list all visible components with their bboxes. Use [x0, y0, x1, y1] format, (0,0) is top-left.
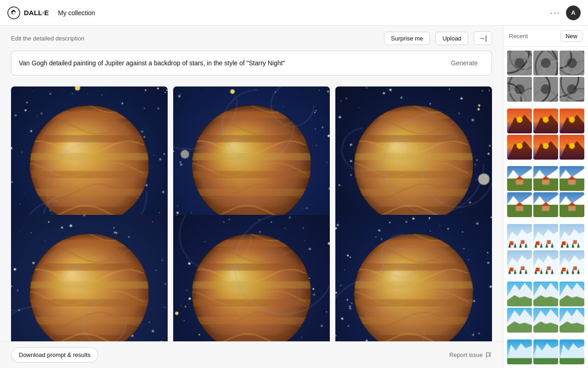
thumbnail-12[interactable]: [507, 166, 532, 191]
more-options-button[interactable]: ···: [550, 7, 560, 18]
flag-icon: [486, 352, 492, 358]
description-label: Edit the detailed description: [11, 35, 85, 42]
thumbnail-0[interactable]: [507, 51, 532, 75]
thumbnail-8[interactable]: [560, 109, 584, 133]
thumbnail-4[interactable]: [533, 77, 558, 102]
report-issue-label: Report issue: [449, 351, 483, 358]
right-panel: Recent New: [503, 26, 588, 368]
thumbnail-1[interactable]: [533, 51, 558, 75]
thumbnail-15[interactable]: [507, 192, 532, 217]
new-button[interactable]: New: [560, 30, 582, 42]
thumbnail-31[interactable]: [533, 339, 558, 364]
expand-button[interactable]: →|: [474, 31, 492, 45]
app-name: DALL·E: [24, 9, 49, 17]
grid-image-3[interactable]: [11, 215, 168, 341]
thumbnail-14[interactable]: [560, 166, 584, 191]
thumbnail-28[interactable]: [533, 308, 558, 333]
svg-point-1: [12, 12, 15, 14]
thumbnail-13[interactable]: [533, 166, 558, 191]
thumbnail-2[interactable]: [560, 51, 584, 75]
thumbnail-11[interactable]: [560, 135, 584, 160]
collection-link[interactable]: My collection: [54, 7, 99, 18]
thumbnail-6[interactable]: [507, 109, 532, 133]
thumbnail-18[interactable]: [507, 224, 532, 249]
thumbnail-22[interactable]: [533, 250, 558, 275]
main-layout: Edit the detailed description Surprise m…: [0, 26, 588, 368]
logo-area: DALL·E: [7, 6, 49, 19]
header: DALL·E My collection ··· A: [0, 0, 588, 26]
prompt-wrapper: Generate: [11, 51, 492, 75]
thumbnail-32[interactable]: [560, 339, 584, 364]
thumbnail-27[interactable]: [507, 308, 532, 333]
prompt-area: Generate: [0, 51, 503, 83]
left-panel: Edit the detailed description Surprise m…: [0, 26, 503, 368]
thumbnail-3[interactable]: [507, 77, 532, 102]
image-grid: [0, 83, 503, 341]
report-issue-link[interactable]: Report issue: [449, 351, 492, 358]
thumbnail-23[interactable]: [560, 250, 584, 275]
grid-image-4[interactable]: [173, 215, 330, 341]
thumbnail-21[interactable]: [507, 250, 532, 275]
dalle-logo-icon: [7, 6, 20, 19]
thumbnail-25[interactable]: [533, 282, 558, 306]
right-panel-header: Recent New: [503, 26, 588, 47]
thumbnail-17[interactable]: [560, 192, 584, 217]
generate-button[interactable]: Generate: [445, 57, 484, 69]
thumbnail-5[interactable]: [560, 77, 584, 102]
toolbar: Edit the detailed description Surprise m…: [0, 26, 503, 51]
grid-image-5[interactable]: [335, 215, 492, 341]
thumbnail-30[interactable]: [507, 339, 532, 364]
surprise-me-button[interactable]: Surprise me: [384, 32, 430, 45]
thumbnail-9[interactable]: [507, 135, 532, 160]
thumbnail-7[interactable]: [533, 109, 558, 133]
upload-button[interactable]: Upload: [435, 32, 468, 45]
download-button[interactable]: Download prompt & results: [11, 347, 98, 362]
thumbnail-20[interactable]: [560, 224, 584, 249]
recent-label: Recent: [509, 33, 528, 40]
prompt-input[interactable]: [19, 59, 445, 67]
thumbnail-19[interactable]: [533, 224, 558, 249]
avatar[interactable]: A: [566, 6, 581, 20]
thumbnail-24[interactable]: [507, 282, 532, 306]
thumbnail-29[interactable]: [560, 308, 584, 333]
bottom-bar: Download prompt & results Report issue: [0, 341, 503, 368]
thumbnail-grid: [503, 47, 588, 368]
thumbnail-10[interactable]: [533, 135, 558, 160]
thumbnail-16[interactable]: [533, 192, 558, 217]
thumbnail-26[interactable]: [560, 282, 584, 306]
